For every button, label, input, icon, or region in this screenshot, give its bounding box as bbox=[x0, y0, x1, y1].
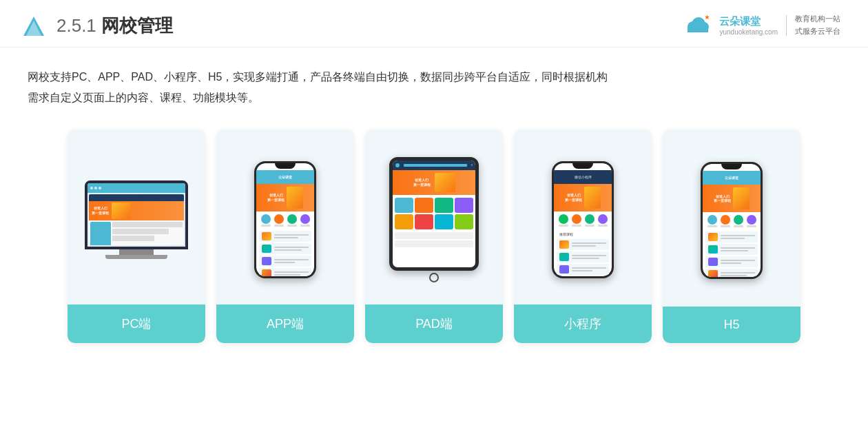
description-line1: 网校支持PC、APP、PAD、小程序、H5，实现多端打通，产品各终端自由切换，数… bbox=[28, 67, 840, 87]
mini-section-title: 推荐课程 bbox=[557, 231, 609, 238]
pc-banner: 创造人们第一堂课程 bbox=[89, 201, 184, 220]
tablet-screen: ≡ 创造人们第一堂课程 bbox=[393, 161, 475, 267]
pc-screen: 创造人们第一堂课程 bbox=[87, 183, 185, 247]
tablet-screen-inner: ≡ 创造人们第一堂课程 bbox=[393, 161, 475, 267]
tablet-banner: 创造人们第一堂课程 bbox=[393, 170, 475, 195]
card-mini: 微信小程序 创造人们第一堂课程 bbox=[514, 130, 652, 343]
page-header: 2.5.1 网校管理 云朵课堂 yunduoketang.com bbox=[0, 0, 868, 48]
phone-body-mini: 微信小程序 创造人们第一堂课程 bbox=[552, 161, 614, 278]
pc-monitor: 创造人们第一堂课程 bbox=[85, 180, 188, 249]
cards-section: 创造人们第一堂课程 bbox=[0, 116, 868, 364]
phone-icons-app bbox=[256, 211, 314, 229]
pc-mockup: 创造人们第一堂课程 bbox=[85, 180, 188, 259]
phone-cards-mini: 推荐课程 bbox=[554, 229, 612, 276]
phone-header-mini: 微信小程序 bbox=[554, 170, 612, 184]
svg-rect-5 bbox=[688, 27, 708, 32]
pc-base bbox=[105, 255, 167, 259]
phone-cards-app bbox=[256, 229, 314, 276]
brand-slogan: 教育机构一站 式服务云平台 bbox=[795, 13, 840, 37]
phone-icons-h5 bbox=[703, 212, 761, 230]
tablet-rows bbox=[393, 232, 475, 247]
pc-screen-content: 创造人们第一堂课程 bbox=[89, 194, 184, 245]
tablet-body: ≡ 创造人们第一堂课程 bbox=[389, 157, 479, 271]
description-line2: 需求自定义页面上的内容、课程、功能模块等。 bbox=[28, 87, 840, 108]
card-pad: ≡ 创造人们第一堂课程 bbox=[365, 130, 503, 343]
header-left: 2.5.1 网校管理 bbox=[21, 12, 173, 39]
tablet-mockup: ≡ 创造人们第一堂课程 bbox=[389, 157, 479, 282]
pc-screen-header bbox=[87, 183, 185, 193]
phone-mockup-mini: 微信小程序 创造人们第一堂课程 bbox=[552, 161, 614, 278]
brand-divider bbox=[786, 15, 787, 36]
pc-stand bbox=[119, 249, 154, 255]
phone-banner-h5: 创造人们第一堂课程 bbox=[703, 185, 761, 212]
brand-name-text: 云朵课堂 bbox=[719, 14, 778, 28]
card-app-label: APP端 bbox=[216, 304, 354, 343]
card-pc: 创造人们第一堂课程 bbox=[68, 130, 205, 343]
phone-screen-inner-h5: 云朵课堂 创造人们第一堂课程 bbox=[703, 164, 761, 277]
phone-screen-inner-mini: 微信小程序 创造人们第一堂课程 bbox=[554, 163, 612, 276]
card-h5-image: 云朵课堂 创造人们第一堂课程 bbox=[663, 130, 800, 307]
phone-banner-img-app bbox=[287, 187, 303, 209]
phone-notch-app bbox=[275, 163, 296, 169]
tablet-home-btn bbox=[429, 273, 439, 282]
phone-banner-text-app: 创造人们第一堂课程 bbox=[267, 193, 285, 202]
phone-banner-mini: 创造人们第一堂课程 bbox=[554, 184, 612, 211]
pc-dot-2 bbox=[94, 187, 97, 189]
tablet-grid bbox=[393, 195, 475, 232]
pc-dot-3 bbox=[99, 187, 101, 189]
phone-mockup-app: 云朵课堂 创造人们第一堂课程 bbox=[254, 161, 316, 278]
pc-dot-1 bbox=[90, 187, 93, 189]
phone-header-app: 云朵课堂 bbox=[256, 170, 314, 184]
card-mini-image: 微信小程序 创造人们第一堂课程 bbox=[514, 130, 652, 304]
page-title: 2.5.1 网校管理 bbox=[56, 14, 173, 38]
card-h5: 云朵课堂 创造人们第一堂课程 bbox=[663, 130, 800, 343]
phone-mockup-h5: 云朵课堂 创造人们第一堂课程 bbox=[701, 162, 763, 279]
pc-banner-text: 创造人们第一堂课程 bbox=[92, 206, 109, 216]
phone-screen-mini: 微信小程序 创造人们第一堂课程 bbox=[554, 163, 612, 276]
phone-screen-app: 云朵课堂 创造人们第一堂课程 bbox=[256, 163, 314, 276]
card-pc-image: 创造人们第一堂课程 bbox=[68, 130, 205, 304]
phone-banner-text-mini: 创造人们第一堂课程 bbox=[565, 193, 582, 202]
card-app-image: 云朵课堂 创造人们第一堂课程 bbox=[216, 130, 354, 304]
pc-main bbox=[112, 222, 183, 245]
phone-cards-h5 bbox=[703, 230, 761, 277]
tablet-header: ≡ bbox=[393, 161, 475, 170]
svg-marker-6 bbox=[705, 14, 710, 19]
pc-nav bbox=[89, 194, 184, 201]
phone-header-h5: 云朵课堂 bbox=[703, 171, 761, 185]
brand-url: yunduoketang.com bbox=[719, 28, 778, 37]
card-app: 云朵课堂 创造人们第一堂课程 bbox=[216, 130, 354, 343]
brand-icon bbox=[681, 13, 714, 38]
description-block: 网校支持PC、APP、PAD、小程序、H5，实现多端打通，产品各终端自由切换，数… bbox=[0, 48, 868, 116]
phone-body-app: 云朵课堂 创造人们第一堂课程 bbox=[254, 161, 316, 278]
phone-screen-h5: 云朵课堂 创造人们第一堂课程 bbox=[703, 164, 761, 277]
phone-banner-text-h5: 创造人们第一堂课程 bbox=[714, 194, 731, 203]
phone-notch-h5 bbox=[721, 164, 742, 169]
phone-notch-mini bbox=[572, 163, 593, 169]
page-container: 2.5.1 网校管理 云朵课堂 yunduoketang.com bbox=[0, 0, 868, 434]
brand-logo: 云朵课堂 yunduoketang.com 教育机构一站 式服务云平台 bbox=[681, 13, 840, 38]
pc-body bbox=[89, 220, 184, 245]
logo-icon bbox=[21, 12, 47, 39]
phone-body-h5: 云朵课堂 创造人们第一堂课程 bbox=[701, 162, 763, 279]
card-pad-image: ≡ 创造人们第一堂课程 bbox=[365, 130, 503, 304]
card-pc-label: PC端 bbox=[68, 304, 205, 343]
phone-screen-inner-app: 云朵课堂 创造人们第一堂课程 bbox=[256, 163, 314, 276]
pc-sidebar bbox=[90, 222, 111, 245]
phone-banner-img-h5 bbox=[733, 187, 750, 209]
card-pad-label: PAD端 bbox=[365, 304, 503, 343]
card-mini-label: 小程序 bbox=[514, 304, 652, 343]
phone-banner-img-mini bbox=[584, 187, 601, 209]
card-h5-label: H5 bbox=[663, 307, 800, 343]
pc-banner-img bbox=[112, 203, 131, 219]
phone-icons-mini bbox=[554, 211, 612, 229]
phone-banner-app: 创造人们第一堂课程 bbox=[256, 184, 314, 211]
